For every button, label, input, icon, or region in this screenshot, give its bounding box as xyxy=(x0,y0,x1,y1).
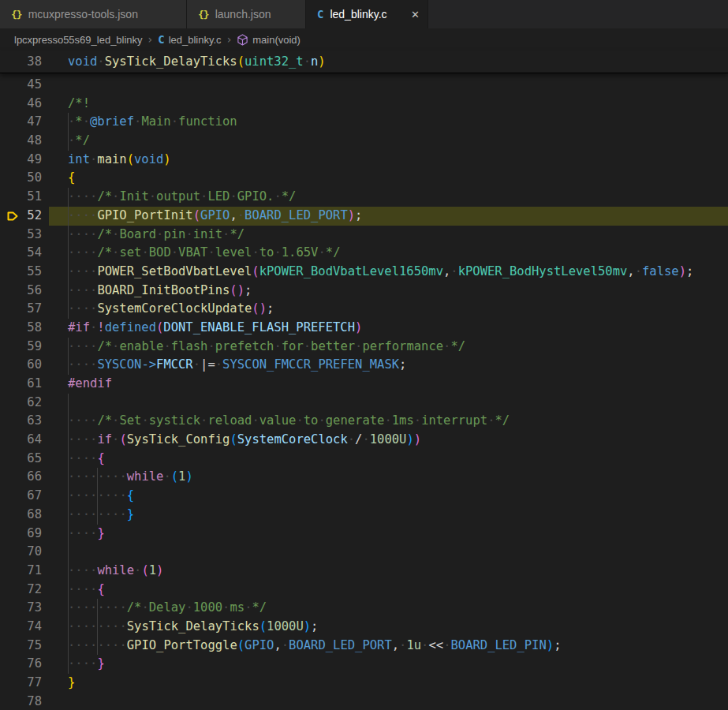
code-line-content[interactable]: ········/*·Delay·1000·ms·*/ xyxy=(68,599,267,618)
close-icon[interactable]: ✕ xyxy=(403,9,420,21)
line-number[interactable]: 78 xyxy=(0,693,42,710)
line-number[interactable]: 67 xyxy=(0,487,42,506)
breadcrumb-item-led-blinky-c[interactable]: Cled_blinky.c xyxy=(158,33,221,46)
whitespace-dot: · xyxy=(90,619,97,633)
tab-mcuxpresso-tools-json[interactable]: {}mcuxpresso-tools.json xyxy=(0,0,187,28)
code-token: */ xyxy=(450,339,465,353)
code-line-content[interactable]: int·main(void) xyxy=(68,151,171,170)
code-token: while xyxy=(97,563,134,577)
whitespace-dot: · xyxy=(68,264,75,278)
code-token: output xyxy=(156,189,200,204)
code-line-content[interactable]: ····} xyxy=(68,525,105,544)
code-token: n xyxy=(311,54,318,69)
line-number[interactable]: 75 xyxy=(0,637,42,656)
whitespace-dot: · xyxy=(282,638,289,652)
code-line-content[interactable]: ····/*·Init·output·LED·GPIO.·*/ xyxy=(68,188,296,207)
tab-led-blinky-c[interactable]: Cled_blinky.c✕ xyxy=(306,0,428,28)
whitespace-dot: · xyxy=(75,469,82,484)
code-line-content[interactable]: ········GPIO_PortToggle(GPIO,·BOARD_LED_… xyxy=(68,637,561,656)
line-number[interactable]: 52 xyxy=(0,207,42,226)
line-number[interactable]: 77 xyxy=(0,674,42,693)
code-line-content[interactable]: ····{ xyxy=(68,581,105,600)
code-line-content[interactable]: ········{ xyxy=(68,487,134,506)
code-token: uint32_t xyxy=(245,54,304,69)
line-number[interactable]: 64 xyxy=(0,431,42,450)
line-number[interactable]: 59 xyxy=(0,338,42,357)
code-token: /* xyxy=(127,600,142,615)
code-line-55: 55····POWER_SetBodVbatLevel(kPOWER_BodVb… xyxy=(0,263,728,282)
code-line-content[interactable]: ····SystemCoreClockUpdate(); xyxy=(68,300,274,319)
code-line-content[interactable]: #endif xyxy=(68,375,112,394)
code-line-content[interactable]: ····BOARD_InitBootPins(); xyxy=(68,282,252,301)
code-token: POWER_SetBodVbatLevel xyxy=(97,264,252,278)
code-line-content[interactable]: { xyxy=(68,169,75,188)
code-line-content[interactable]: ····/*·set·BOD·VBAT·level·to·1.65V·*/ xyxy=(68,244,340,263)
whitespace-dot: · xyxy=(90,227,97,241)
code-line-content[interactable]: ····/*·enable·flash·prefetch·for·better·… xyxy=(68,338,465,357)
code-token: enable xyxy=(119,339,163,353)
json-icon: {} xyxy=(11,9,22,21)
code-line-content[interactable]: ····} xyxy=(68,655,105,674)
line-number[interactable]: 58 xyxy=(0,319,42,338)
code-line-content[interactable]: ········SysTick_DelayTicks(1000U); xyxy=(68,618,318,637)
code-line-76: 76····} xyxy=(0,655,728,674)
line-number[interactable]: 71 xyxy=(0,562,42,581)
code-token: ) xyxy=(156,563,163,577)
line-number[interactable]: 54 xyxy=(0,244,42,263)
code-line-content[interactable]: ········while·(1) xyxy=(68,468,193,487)
code-line-52: 52····GPIO_PortInit(GPIO,·BOARD_LED_PORT… xyxy=(0,207,728,226)
line-number[interactable]: 73 xyxy=(0,599,42,618)
line-number[interactable]: 68 xyxy=(0,506,42,525)
line-number[interactable]: 56 xyxy=(0,282,42,301)
whitespace-dot: · xyxy=(75,357,82,372)
line-number[interactable]: 76 xyxy=(0,655,42,674)
code-line-content[interactable]: ····while·(1) xyxy=(68,562,163,581)
code-line-content[interactable]: ····/*·Board·pin·init·*/ xyxy=(68,226,245,245)
code-line-content[interactable]: ·*·@brief·Main·function xyxy=(68,113,237,132)
sticky-line-content[interactable]: void·SysTick_DelayTicks(uint32_t·n) xyxy=(68,50,326,73)
code-line-content[interactable]: ····GPIO_PortInit(GPIO,·BOARD_LED_PORT); xyxy=(68,207,362,226)
indent-guide xyxy=(68,543,69,562)
code-token: #if xyxy=(68,320,90,334)
line-number[interactable]: 48 xyxy=(0,132,42,151)
line-number[interactable]: 66 xyxy=(0,468,42,487)
line-number[interactable]: 60 xyxy=(0,356,42,375)
line-number[interactable]: 65 xyxy=(0,450,42,469)
code-line-content[interactable]: ····POWER_SetBodVbatLevel(kPOWER_BodVbat… xyxy=(68,263,693,282)
code-line-content[interactable]: ····/*·Set·systick·reload·value·to·gener… xyxy=(68,412,510,431)
line-number[interactable]: 45 xyxy=(0,76,42,95)
line-number[interactable]: 50 xyxy=(0,169,42,188)
line-number[interactable]: 63 xyxy=(0,412,42,431)
tab-bar: {}mcuxpresso-tools.json{}launch.jsonCled… xyxy=(0,0,728,28)
breadcrumb-item-main-void-[interactable]: main(void) xyxy=(237,34,301,46)
tab-launch-json[interactable]: {}launch.json xyxy=(187,0,306,28)
line-number[interactable]: 69 xyxy=(0,525,42,544)
line-number[interactable]: 46 xyxy=(0,95,42,114)
whitespace-dot: · xyxy=(75,619,82,633)
line-number[interactable]: 49 xyxy=(0,151,42,170)
code-line-content[interactable]: ····{ xyxy=(68,450,105,469)
line-number[interactable]: 55 xyxy=(0,263,42,282)
code-token: ) xyxy=(163,152,170,166)
line-number[interactable]: 53 xyxy=(0,226,42,245)
line-number[interactable]: 70 xyxy=(0,543,42,562)
code-token: BOD xyxy=(149,245,171,260)
line-number[interactable]: 61 xyxy=(0,375,42,394)
line-number[interactable]: 74 xyxy=(0,618,42,637)
line-number[interactable]: 47 xyxy=(0,113,42,132)
line-number[interactable]: 72 xyxy=(0,581,42,600)
line-number[interactable]: 57 xyxy=(0,300,42,319)
code-line-content[interactable]: #if·!defined(DONT_ENABLE_FLASH_PREFETCH) xyxy=(68,319,362,338)
code-line-content[interactable]: /*! xyxy=(68,95,90,114)
line-number[interactable]: 62 xyxy=(0,394,42,413)
code-line-content[interactable]: } xyxy=(68,674,75,693)
code-line-content[interactable]: ·*/ xyxy=(68,132,90,151)
sticky-scroll-line[interactable]: 38void·SysTick_DelayTicks(uint32_t·n) xyxy=(0,50,728,73)
line-number[interactable]: 51 xyxy=(0,188,42,207)
code-line-content[interactable]: ····SYSCON->FMCCR·|=·SYSCON_FMCCR_PREFEN… xyxy=(68,356,406,375)
code-line-content[interactable]: ········} xyxy=(68,506,134,525)
code-line-content[interactable]: ····if·(SysTick_Config(SystemCoreClock·/… xyxy=(68,431,421,450)
whitespace-dot: · xyxy=(90,656,97,671)
breadcrumb-item-lpcxpresso55s69-led-blinky[interactable]: lpcxpresso55s69_led_blinky xyxy=(14,34,143,46)
whitespace-dot: · xyxy=(75,227,82,241)
